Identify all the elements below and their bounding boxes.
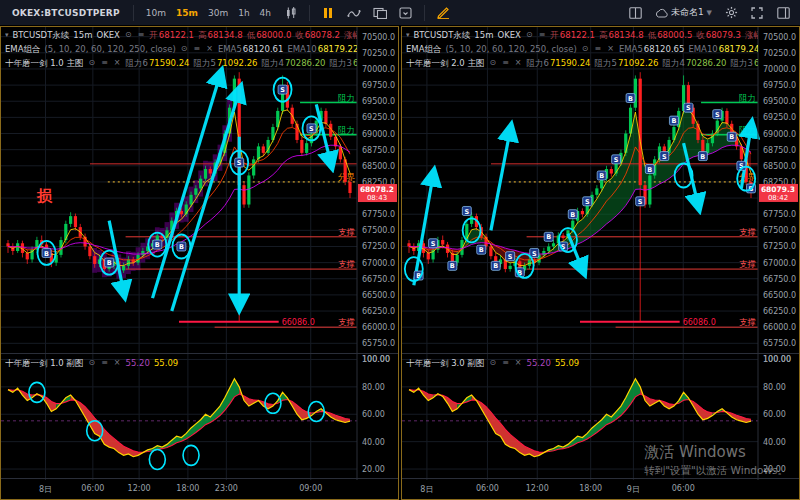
eye-icon[interactable]: ⊙: [87, 356, 96, 370]
price-tick-label[interactable]: 67000.0: [362, 259, 395, 268]
chevron-down-icon[interactable]: ▾: [5, 28, 9, 42]
price-tick-label[interactable]: 67750.0: [763, 210, 796, 219]
indicator-title[interactable]: 十年磨一剑 2.0 主图: [406, 56, 484, 70]
indicators-icon[interactable]: [343, 4, 365, 22]
price-tick-label[interactable]: 69250.0: [362, 113, 395, 122]
eye-icon[interactable]: ⊙: [488, 356, 497, 370]
price-tick-label[interactable]: 70500.0: [362, 33, 395, 42]
price-tick-label[interactable]: 68750.0: [362, 146, 395, 155]
close-icon[interactable]: ×: [514, 56, 523, 70]
price-tick-label[interactable]: 69750.0: [362, 81, 395, 90]
price-tick-label[interactable]: 66750.0: [763, 275, 796, 284]
price-tick-label[interactable]: 69500.0: [763, 97, 796, 106]
close-icon[interactable]: ×: [113, 356, 122, 370]
price-tick-label[interactable]: 65750.0: [362, 339, 395, 348]
publish-icon[interactable]: [432, 4, 454, 22]
price-tick-label[interactable]: 66500.0: [362, 291, 395, 300]
sub-tick-label[interactable]: 20.00: [763, 465, 786, 474]
price-tick-label[interactable]: 67750.0: [362, 210, 395, 219]
eye-icon[interactable]: ⊙: [87, 56, 96, 70]
price-tick-label[interactable]: 66250.0: [362, 307, 395, 316]
close-icon[interactable]: ×: [113, 56, 122, 70]
snapshot-dropdown-icon[interactable]: [395, 4, 417, 22]
close-icon[interactable]: ×: [514, 356, 523, 370]
sub-tick-label[interactable]: 40.00: [362, 438, 385, 447]
price-tick-label[interactable]: 70000.0: [763, 65, 796, 74]
split-layout-icon[interactable]: [625, 4, 647, 22]
gear-icon[interactable]: ≡: [100, 56, 109, 70]
price-tick-label[interactable]: 68500.0: [362, 162, 395, 171]
price-tick-label[interactable]: 66000.0: [362, 323, 395, 332]
price-tick-label[interactable]: 66000.0: [763, 323, 796, 332]
candles-icon[interactable]: [280, 4, 302, 22]
main-chart-svg[interactable]: 阻力阻力分界支撑支撑66086.0支撑BBBBSSS损70500.070250.…: [1, 27, 398, 353]
main-chart-svg[interactable]: 阻力阻力分界支撑支撑66086.0支撑BSBSBBSBSBSBSBSBSBSBS…: [402, 27, 799, 353]
compare-layout-icon[interactable]: [369, 4, 391, 22]
sub-chart-svg[interactable]: 100.0080.0060.0040.0020.00100.00: [402, 354, 799, 480]
gear-icon[interactable]: ≡: [501, 356, 510, 370]
pause-icon[interactable]: [317, 4, 339, 22]
timeframe-10m[interactable]: 10m: [141, 6, 171, 20]
price-tick-label[interactable]: 70000.0: [362, 65, 395, 74]
price-tick-label[interactable]: 69250.0: [763, 113, 796, 122]
timeframe-30m[interactable]: 30m: [203, 6, 233, 20]
price-tick-label[interactable]: 68750.0: [763, 146, 796, 155]
gear-icon[interactable]: [720, 4, 742, 22]
ema-title[interactable]: EMA组合: [5, 42, 41, 56]
legend-symbol[interactable]: BTCUSDT永续: [13, 28, 70, 42]
layout-name-button[interactable]: 未命名1 ▼: [651, 6, 716, 19]
menu-icon[interactable]: ≡: [137, 28, 146, 42]
eye-icon[interactable]: ⊙: [488, 56, 497, 70]
sub-tick-label[interactable]: 40.00: [763, 438, 786, 447]
price-tick-label[interactable]: 69000.0: [362, 130, 395, 139]
price-tick-label[interactable]: 68500.0: [763, 162, 796, 171]
sub-tick-label[interactable]: 80.00: [763, 383, 786, 392]
eye-icon[interactable]: ⊙: [124, 28, 133, 42]
sub-indicator-title[interactable]: 十年磨一剑 1.0 副图: [5, 356, 83, 370]
fullscreen-icon[interactable]: [746, 4, 768, 22]
price-tick-label[interactable]: 67500.0: [362, 226, 395, 235]
legend-symbol[interactable]: BTCUSDT永续: [414, 28, 471, 42]
sub-tick-label[interactable]: 60.00: [362, 410, 385, 419]
price-tick-label[interactable]: 70250.0: [362, 49, 395, 58]
sub-tick-label[interactable]: 20.00: [362, 465, 385, 474]
price-tick-label[interactable]: 67500.0: [763, 226, 796, 235]
price-tick-label[interactable]: 67000.0: [763, 259, 796, 268]
time-axis[interactable]: 8日06:0012:0018:009日06:00: [402, 478, 799, 499]
time-axis[interactable]: 8日06:0012:0018:0023:0009:00: [1, 478, 398, 499]
price-tick-label[interactable]: 69500.0: [362, 97, 395, 106]
eye-icon[interactable]: ⊙: [581, 42, 590, 56]
ema-title[interactable]: EMA组合: [406, 42, 442, 56]
price-tick-label[interactable]: 70250.0: [763, 49, 796, 58]
price-tick-label[interactable]: 67250.0: [362, 242, 395, 251]
price-tick-label[interactable]: 70500.0: [763, 33, 796, 42]
price-tick-label[interactable]: 66250.0: [763, 307, 796, 316]
timeframe-4h[interactable]: 4h: [255, 6, 276, 20]
price-tick-label[interactable]: 66500.0: [763, 291, 796, 300]
right-panel-icon[interactable]: [772, 4, 794, 22]
price-tick-label[interactable]: 69000.0: [763, 130, 796, 139]
gear-icon[interactable]: ≡: [193, 42, 202, 56]
price-tick-label[interactable]: 65750.0: [763, 339, 796, 348]
close-icon[interactable]: ×: [205, 42, 214, 56]
chevron-down-icon[interactable]: ▾: [406, 28, 410, 42]
price-tick-label[interactable]: 66750.0: [362, 275, 395, 284]
gear-icon[interactable]: ≡: [594, 42, 603, 56]
timeframe-1h[interactable]: 1h: [233, 6, 254, 20]
sub-tick-label[interactable]: 80.00: [362, 383, 385, 392]
gear-icon[interactable]: ≡: [501, 56, 510, 70]
sub-chart-svg[interactable]: 100.0080.0060.0040.0020.00100.00: [1, 354, 398, 480]
timeframe-15m[interactable]: 15m: [171, 6, 203, 20]
gear-icon[interactable]: ≡: [100, 356, 109, 370]
eye-icon[interactable]: ⊙: [180, 42, 189, 56]
price-tick-label[interactable]: 67250.0: [763, 242, 796, 251]
sub-tick-label[interactable]: 100.00: [362, 355, 390, 364]
eye-icon[interactable]: ⊙: [525, 28, 534, 42]
indicator-title[interactable]: 十年磨一剑 1.0 主图: [5, 56, 83, 70]
symbol-search-button[interactable]: OKEX:BTCUSDTPERP: [6, 8, 126, 18]
price-tick-label[interactable]: 69750.0: [763, 81, 796, 90]
sub-tick-label[interactable]: 60.00: [763, 410, 786, 419]
menu-icon[interactable]: ≡: [538, 28, 547, 42]
sub-tick-label[interactable]: 100.00: [763, 355, 791, 364]
sub-indicator-title[interactable]: 十年磨一剑 3.0 副图: [406, 356, 484, 370]
